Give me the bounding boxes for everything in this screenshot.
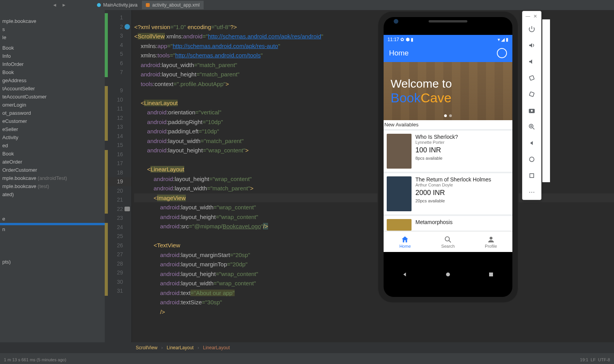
list-item[interactable]: Who Is Sherlock? Lynnette Porter 100 INR…: [384, 131, 512, 172]
tree-item[interactable]: geAddress: [0, 76, 105, 85]
wifi-icon: ▾: [498, 37, 500, 42]
book-title: Metamorphosis: [415, 219, 453, 225]
list-item[interactable]: The Return of Sherlock Holmes Arthur Con…: [384, 173, 512, 214]
battery-icon: ▮: [506, 37, 508, 42]
svg-rect-4: [529, 76, 534, 81]
rotate-left-icon[interactable]: [526, 72, 537, 83]
volume-down-icon[interactable]: [526, 56, 537, 67]
tree-item[interactable]: s: [0, 25, 105, 33]
editor-tab-bar: ◄ ► MainActivity.java activity_about_app…: [0, 0, 614, 10]
tab-label: activity_about_app.xml: [152, 2, 199, 8]
tree-item[interactable]: pts): [0, 258, 105, 266]
recent-key-icon[interactable]: [487, 271, 495, 278]
welcome-banner[interactable]: Welcome to BookCave: [384, 62, 512, 120]
tree-item[interactable]: ed: [0, 141, 105, 150]
volume-up-icon[interactable]: [526, 40, 537, 51]
sd-icon: ▮: [411, 37, 413, 42]
app-bar: Home: [384, 44, 512, 62]
tree-item[interactable]: Info: [0, 52, 105, 60]
home-key-icon[interactable]: [444, 271, 452, 278]
zoom-icon[interactable]: [526, 121, 537, 132]
nav-label: Home: [400, 244, 411, 248]
svg-point-2: [446, 273, 450, 276]
more-icon[interactable]: ⋯: [526, 186, 537, 197]
breadcrumb-item[interactable]: LinearLayout: [167, 345, 194, 350]
tree-item[interactable]: le: [0, 33, 105, 41]
camera-icon[interactable]: [526, 105, 537, 116]
book-thumb: [387, 219, 412, 231]
back-key-icon[interactable]: [401, 271, 409, 278]
tree-item[interactable]: [0, 207, 105, 215]
book-list[interactable]: Who Is Sherlock? Lynnette Porter 100 INR…: [384, 129, 512, 231]
phone-screen[interactable]: 11:17 ✿ ⬢ ▮ ▾◢▮ Home Welcome to BookCave…: [384, 35, 512, 252]
structure-icon[interactable]: [125, 24, 130, 29]
line-ending[interactable]: LF: [591, 357, 596, 362]
search-icon: [444, 235, 452, 244]
tree-item[interactable]: Book: [0, 68, 105, 76]
tab-label: MainActivity.java: [103, 2, 137, 8]
tab-mainactivity[interactable]: MainActivity.java: [93, 1, 141, 9]
tree-item[interactable]: Book: [0, 44, 105, 52]
minimize-icon[interactable]: —: [526, 14, 530, 18]
tree-item[interactable]: [0, 242, 105, 250]
nav-profile[interactable]: Profile: [469, 231, 512, 252]
svg-rect-5: [529, 92, 534, 97]
right-panel-peek: [542, 19, 550, 182]
banner-cave: Cave: [421, 90, 451, 105]
close-icon[interactable]: ✕: [533, 14, 538, 18]
book-title: Who Is Sherlock?: [415, 134, 458, 140]
tree-item[interactable]: eSeller: [0, 125, 105, 133]
android-softkeys: [384, 252, 512, 297]
phone-camera: [394, 19, 398, 24]
tree-item[interactable]: mple.bookcave (androidTest): [0, 174, 105, 182]
tree-item[interactable]: eCustomer: [0, 117, 105, 125]
status-text: 1 m 13 s 661 ms (5 minutes ago): [4, 357, 66, 362]
nav-home[interactable]: Home: [384, 231, 427, 252]
tree-item[interactable]: [0, 250, 105, 258]
phone-speaker: [429, 20, 467, 22]
encoding[interactable]: UTF-8: [598, 357, 610, 362]
book-author: Lynnette Porter: [415, 140, 458, 145]
emu-overview-icon[interactable]: [526, 170, 537, 181]
line-gutter[interactable]: 1 2 3 4 5 6 7 9 10 11 12 13 14 15 16 17 …: [105, 10, 132, 342]
emu-home-icon[interactable]: [526, 154, 537, 165]
tree-item[interactable]: mple.bookcave (test): [0, 182, 105, 190]
code-editor[interactable]: <?xml version="1.0" encoding="utf-8"?> <…: [132, 10, 614, 342]
power-icon[interactable]: [526, 24, 537, 35]
carousel-dots[interactable]: [444, 114, 452, 117]
tree-item[interactable]: ot_password: [0, 109, 105, 117]
breadcrumb-item[interactable]: LinearLayout: [203, 345, 230, 350]
tree-item[interactable]: tAccountSeller: [0, 85, 105, 93]
tree-item[interactable]: mple.bookcave: [0, 17, 105, 25]
tab-activity-about[interactable]: activity_about_app.xml: [142, 1, 203, 9]
tree-item[interactable]: Activity: [0, 133, 105, 141]
tree-item[interactable]: ateOrder: [0, 158, 105, 166]
book-thumb: [387, 176, 412, 211]
tree-item[interactable]: Book: [0, 150, 105, 158]
signal-icon: ◢: [501, 37, 505, 42]
rotate-right-icon[interactable]: [526, 89, 537, 100]
image-gutter-icon[interactable]: [125, 207, 130, 211]
tree-item[interactable]: InfoOrder: [0, 60, 105, 68]
tree-item[interactable]: OrderCustomer: [0, 166, 105, 174]
nav-search[interactable]: Search: [427, 231, 470, 252]
tree-item[interactable]: ated): [0, 190, 105, 198]
tree-item[interactable]: [0, 198, 105, 207]
tree-item[interactable]: teAccountCustomer: [0, 93, 105, 101]
tree-item[interactable]: n: [0, 225, 105, 233]
nav-back-icon[interactable]: ◄: [50, 1, 59, 9]
project-tree[interactable]: mple.bookcave s le Book Info InfoOrder B…: [0, 10, 105, 342]
phone-statusbar: 11:17 ✿ ⬢ ▮ ▾◢▮: [384, 35, 512, 44]
emu-back-icon[interactable]: [526, 138, 537, 148]
nav-label: Profile: [485, 244, 497, 248]
tree-item[interactable]: omerLogin: [0, 101, 105, 109]
tree-item[interactable]: [0, 233, 105, 242]
tree-item[interactable]: e: [0, 215, 105, 223]
nav-fwd-icon[interactable]: ►: [60, 1, 68, 9]
breadcrumb-item[interactable]: ScrollView: [136, 345, 157, 350]
svg-point-1: [489, 236, 492, 239]
list-item[interactable]: Metamorphosis: [384, 216, 512, 231]
bottom-nav: Home Search Profile: [384, 231, 512, 252]
refresh-icon[interactable]: [497, 48, 507, 58]
emulator-toolbar: —✕ ⋯: [522, 11, 541, 200]
